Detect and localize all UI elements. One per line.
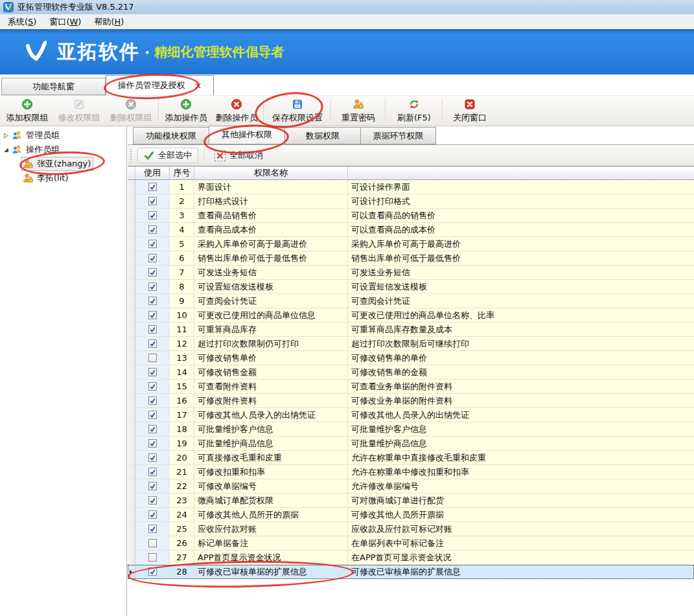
tab-function-module-permissions[interactable]: 功能模块权限 (133, 127, 209, 144)
table-row[interactable]: 16可修改附件资料可修改业务单据的附件资料 (128, 394, 694, 408)
toolbar-separator (385, 98, 386, 123)
permission-name-cell: 销售出库单价可低于最低售价 (194, 251, 348, 266)
checkbox-checked[interactable] (148, 439, 157, 448)
table-row[interactable]: 17可修改其他人员录入的出纳凭证可修改其他人员录入的出纳凭证 (128, 408, 694, 422)
checkbox-checked[interactable] (148, 240, 157, 248)
tab-ticket-stage-permissions[interactable]: 票据环节权限 (360, 127, 436, 144)
permission-description-cell: 可修改业务单据的附件资料 (348, 394, 694, 408)
tree-expanded-icon[interactable] (0, 147, 12, 153)
table-row[interactable]: 23微商城订单配货权限可对微商城订单进行配货 (128, 494, 694, 508)
menu-item[interactable]: 窗口(W) (43, 15, 87, 29)
table-row[interactable]: 25应收应付款对账应收款及应付款可标记对账 (128, 522, 694, 536)
table-row[interactable]: 24可修改其他人员所开的票据可修改其他人员所开票据 (128, 508, 694, 522)
tab-function-nav[interactable]: 功能导航窗 (1, 78, 106, 95)
checkbox-checked[interactable] (148, 339, 157, 348)
table-row[interactable]: 21可修改扣重和扣率允许在称重单中修改扣重和扣率 (128, 465, 694, 479)
checkbox-checked[interactable] (148, 496, 157, 505)
table-row[interactable]: 2打印格式设计可设计打印格式 (128, 194, 694, 209)
tab-close-icon[interactable]: × (194, 81, 202, 90)
table-row[interactable]: 3查看商品销售价可以查看商品的销售价 (128, 209, 694, 223)
tree-node-operator-lit[interactable]: 李拓(lit) (0, 171, 126, 185)
table-row[interactable]: 7可发送业务短信可发送业务短信 (128, 266, 694, 280)
tab-operator-management[interactable]: 操作员管理及授权× (106, 75, 214, 95)
add-permission-group-button[interactable]: 添加权限组 (1, 96, 53, 126)
table-row[interactable]: 13可修改销售单价可修改销售单的单价 (128, 351, 694, 365)
table-row[interactable]: 28可修改已审核单据的扩展信息可修改已审核单据的扩展信息 (128, 565, 694, 579)
reset-password-button[interactable]: 重置密码 (333, 96, 384, 126)
menu-item[interactable]: 系统(S) (1, 15, 43, 29)
close-window-button[interactable]: 关闭窗口 (445, 96, 495, 126)
select-all-button[interactable]: 全部选中 (137, 148, 198, 163)
checkbox-checked[interactable] (148, 311, 157, 319)
index-cell: 10 (170, 308, 194, 323)
table-row[interactable]: 19可批量维护商品信息可批量维护商品信息 (128, 437, 694, 451)
add-operator-button[interactable]: 添加操作员 (161, 96, 211, 126)
table-row[interactable]: 12超过打印次数限制仍可打印超过打印次数限制后可继续打印 (128, 337, 694, 351)
delete-operator-button[interactable]: 删除操作员 (211, 96, 262, 126)
permission-description-cell: 可设计打印格式 (348, 194, 694, 209)
index-cell: 24 (170, 508, 194, 522)
table-row[interactable]: 5采购入库单价可高于最高进价采购入库单价可高于最高进价 (128, 237, 694, 251)
brand-name: 亚拓软件 (57, 39, 140, 65)
checkbox-checked[interactable] (148, 254, 157, 262)
refresh-button[interactable]: 刷新(F5) (387, 96, 441, 126)
checkbox-checked[interactable] (148, 325, 157, 334)
table-row[interactable]: 20可直接修改毛重和皮重允许在称重单中直接修改毛重和皮重 (128, 451, 694, 465)
row-indicator (128, 565, 135, 579)
table-row[interactable]: 22可修改单据编号允许修改单据编号 (128, 479, 694, 494)
tree-node-group-operators[interactable]: 操作员组 (0, 143, 126, 157)
toolbar-button-label: 重置密码 (341, 112, 375, 124)
permission-name-cell: 超过打印次数限制仍可打印 (194, 337, 348, 351)
checkbox-checked[interactable] (148, 425, 157, 433)
tree-node-group-administrators[interactable]: 管理员组 (0, 128, 126, 143)
table-row[interactable]: 15可查看附件资料可查看业务单据的附件资料 (128, 380, 694, 394)
checkbox-checked[interactable] (148, 211, 157, 220)
table-row[interactable]: 18可批量维护客户信息可批量维护客户信息 (128, 422, 694, 437)
checkbox-checked[interactable] (148, 183, 157, 191)
tree-collapsed-icon[interactable] (0, 133, 12, 139)
table-row[interactable]: 1界面设计可设计操作界面 (128, 180, 694, 194)
select-all-label: 全部选中 (158, 150, 192, 161)
checkbox-checked[interactable] (148, 468, 157, 476)
checkbox-checked[interactable] (148, 525, 157, 533)
checkbox-checked[interactable] (148, 453, 157, 462)
cancel-all-button[interactable]: 全部取消 (209, 148, 269, 163)
checkbox-checked[interactable] (148, 197, 157, 205)
checkbox-checked[interactable] (148, 396, 157, 405)
reset-password-icon (353, 98, 364, 110)
table-row[interactable]: 6销售出库单价可低于最低售价销售出库单价可低于最低售价 (128, 251, 694, 266)
checkbox-checked[interactable] (148, 567, 157, 576)
checkbox-unchecked[interactable] (148, 539, 157, 547)
checkbox-unchecked[interactable] (148, 553, 157, 562)
table-row[interactable]: 26标记单据备注在单据列表中可标记备注 (128, 536, 694, 551)
tab-data-permissions[interactable]: 数据权限 (284, 127, 360, 144)
table-row[interactable]: 27APP首页显示资金状况在APP首页可显示资金状况 (128, 551, 694, 565)
checkbox-checked[interactable] (148, 482, 157, 490)
table-row[interactable]: 14可修改销售金额可修改销售单的金额 (128, 365, 694, 380)
table-row[interactable]: 11可重算商品库存可重算商品库存数量及成本 (128, 323, 694, 337)
checkbox-checked[interactable] (148, 225, 157, 234)
tab-other-operation-permissions[interactable]: 其他操作权限 (209, 126, 284, 144)
index-cell: 3 (170, 209, 194, 223)
checkbox-checked[interactable] (148, 368, 157, 376)
table-row[interactable]: 10可更改已使用过的商品单位信息可更改已使用过的商品单位名称、比率 (128, 308, 694, 323)
selection-toolbar: 全部选中 全部取消 (128, 145, 694, 166)
table-row[interactable]: 9可查阅会计凭证可查阅会计凭证 (128, 294, 694, 308)
table-row[interactable]: 8可设置短信发送模板可设置短信发送模板 (128, 280, 694, 294)
use-cell (135, 451, 170, 465)
delete-permission-group-button: 删除权限组 (105, 96, 157, 126)
checkbox-checked[interactable] (148, 268, 157, 277)
index-cell: 9 (170, 294, 194, 308)
index-cell: 20 (170, 451, 194, 465)
checkbox-checked[interactable] (148, 297, 157, 305)
checkbox-unchecked[interactable] (148, 354, 157, 362)
table-row[interactable]: 4查看商品成本价可以查看商品的成本价 (128, 223, 694, 237)
checkbox-checked[interactable] (148, 510, 157, 519)
checkbox-checked[interactable] (148, 411, 157, 419)
checkbox-checked[interactable] (148, 382, 157, 391)
tree-node-operator-zhangy[interactable]: 张亚(zhangy) (0, 157, 126, 171)
menu-item[interactable]: 帮助(H) (87, 15, 130, 29)
operator-tree-panel: 管理员组操作员组张亚(zhangy)李拓(lit) (0, 126, 127, 616)
checkbox-checked[interactable] (148, 282, 157, 291)
save-permission-settings-button[interactable]: 保存权限设置 (266, 96, 329, 126)
